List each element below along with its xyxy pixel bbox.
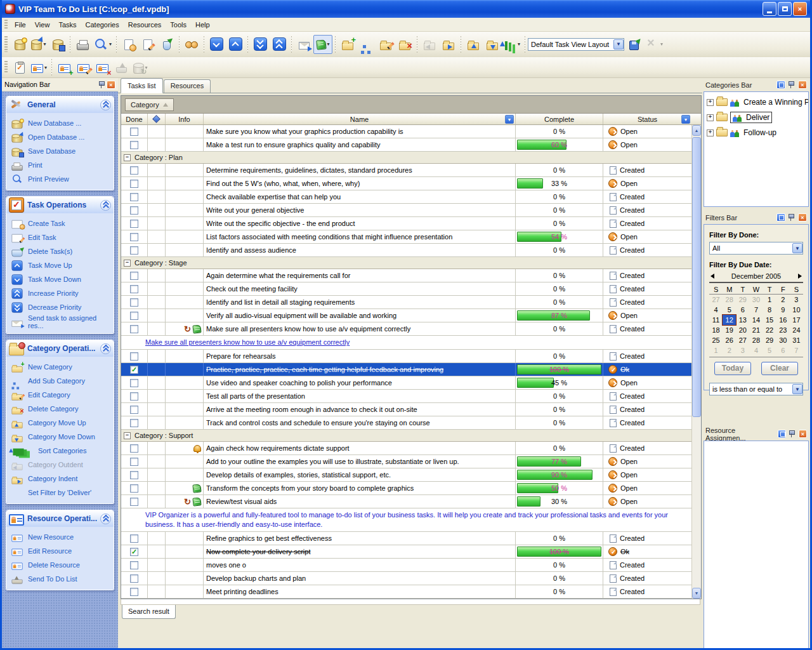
category-move-down-button[interactable]: [483, 35, 502, 54]
task-row[interactable]: Write out your general objective0 %Creat…: [121, 204, 691, 217]
chevron-down-icon[interactable]: ▼: [792, 384, 802, 394]
nav-item-print[interactable]: Print: [10, 158, 112, 172]
menu-resources[interactable]: Resources: [124, 20, 166, 30]
expand-plus-icon[interactable]: +: [707, 99, 714, 106]
nav-item-new-category[interactable]: New Category: [10, 360, 112, 374]
print-preview-button[interactable]: ▾: [92, 35, 114, 54]
chevron-down-icon[interactable]: ▼: [613, 39, 624, 50]
task-row[interactable]: Refine graphics to get best effectivenes…: [121, 532, 691, 545]
new-category-button[interactable]: [338, 35, 357, 54]
done-checkbox[interactable]: [130, 180, 138, 188]
nav-item-sort-categories[interactable]: Sort Categories: [10, 444, 112, 458]
task-row[interactable]: Verify all audio-visual equipment will b…: [121, 309, 691, 322]
send-by-email-button[interactable]: [294, 35, 313, 54]
done-checkbox[interactable]: [130, 285, 138, 293]
task-row[interactable]: Check available expertise that can help …: [121, 190, 691, 204]
edit-category-button[interactable]: [376, 35, 395, 54]
nav-item-send-task-to-assigned-res[interactable]: Send task to assigned res...: [10, 314, 112, 329]
task-row[interactable]: Identify and assess audience0 %Created: [121, 244, 691, 257]
collapse-chevron-icon[interactable]: [100, 200, 111, 211]
save-database-button[interactable]: [48, 35, 67, 54]
tab-resources[interactable]: Resources: [164, 79, 211, 93]
calendar-day[interactable]: 26: [723, 335, 736, 345]
calendar-day[interactable]: 1: [763, 295, 776, 305]
calendar-day[interactable]: 11: [709, 315, 723, 325]
column-header-priority[interactable]: [148, 114, 166, 124]
done-checkbox[interactable]: [130, 419, 138, 427]
done-checkbox[interactable]: [130, 298, 138, 307]
dropdown-caret-icon[interactable]: ▾: [518, 41, 520, 47]
done-checkbox[interactable]: [130, 233, 138, 241]
group-by-category-button[interactable]: Category: [125, 98, 174, 111]
calendar-day[interactable]: 13: [736, 315, 749, 325]
dropdown-caret-icon[interactable]: ▾: [660, 41, 663, 47]
task-row[interactable]: Transform the concepts from your story b…: [121, 482, 691, 495]
nav-item-delete-task-s[interactable]: Delete Task(s): [10, 244, 112, 258]
send-task-to-resource-button[interactable]: [182, 35, 201, 54]
close-icon[interactable]: ×: [798, 81, 807, 89]
due-date-condition-select[interactable]: is less than or equal to ▼: [709, 383, 803, 395]
nav-item-send-to-do-list[interactable]: Send To Do List: [10, 572, 112, 586]
task-row[interactable]: Make a test run to ensure graphics quali…: [121, 138, 691, 152]
sort-categories-button[interactable]: ▾: [502, 35, 522, 54]
done-checkbox[interactable]: [130, 325, 138, 333]
calendar-day[interactable]: 16: [776, 315, 790, 325]
category-group-row[interactable]: −Category : Plan: [121, 152, 691, 164]
calendar-day[interactable]: 27: [736, 335, 749, 345]
nav-item-task-move-down[interactable]: Task Move Down: [10, 272, 112, 286]
expand-plus-icon[interactable]: +: [707, 129, 714, 136]
task-row[interactable]: Meet printing deadlines0 %Created: [121, 585, 691, 599]
show-notes-button[interactable]: ▾: [313, 35, 332, 54]
task-row[interactable]: Prepare for rehearsals0 %Created: [121, 350, 691, 363]
category-indent-button[interactable]: [439, 35, 458, 54]
delete-resource-button[interactable]: ×: [93, 58, 112, 77]
dropdown-caret-icon[interactable]: ▾: [327, 41, 330, 47]
done-checkbox[interactable]: [130, 379, 138, 387]
menu-tasks[interactable]: Tasks: [54, 20, 81, 30]
nav-item-new-resource[interactable]: New Resource: [10, 530, 112, 544]
menu-file[interactable]: File: [10, 20, 30, 30]
dropdown-caret-icon[interactable]: ▾: [43, 41, 46, 47]
task-row[interactable]: Track and control costs and schedule to …: [121, 416, 691, 430]
maximize-panel-icon[interactable]: [776, 213, 785, 222]
column-header-name[interactable]: Name ▼: [204, 114, 516, 124]
collapse-chevron-icon[interactable]: [100, 343, 111, 354]
nav-item-category-move-up[interactable]: Category Move Up: [10, 416, 112, 430]
menu-help[interactable]: Help: [191, 20, 214, 30]
done-checkbox[interactable]: [130, 246, 138, 255]
calendar-day[interactable]: 9: [776, 305, 790, 315]
decrease-priority-button[interactable]: [251, 35, 270, 54]
calendar-day[interactable]: 19: [723, 325, 736, 335]
done-checkbox[interactable]: ✓: [130, 548, 138, 556]
calendar-day[interactable]: 4: [709, 305, 723, 315]
category-group-row[interactable]: −Category : Stage: [121, 257, 691, 269]
collapse-chevron-icon[interactable]: [100, 514, 111, 524]
calendar-day[interactable]: 27: [709, 295, 723, 305]
calendar-day[interactable]: 24: [790, 325, 803, 335]
name-filter-icon[interactable]: ▼: [505, 115, 514, 124]
delete-category-button[interactable]: [395, 35, 414, 54]
scroll-down-icon[interactable]: ▼: [692, 588, 701, 599]
collapse-group-icon[interactable]: −: [124, 260, 131, 267]
done-checkbox[interactable]: [130, 392, 138, 401]
print-button[interactable]: [73, 35, 92, 54]
delete-task-button[interactable]: [157, 35, 176, 54]
task-move-up-button[interactable]: [226, 35, 245, 54]
done-checkbox[interactable]: [130, 588, 138, 596]
task-row[interactable]: Test all parts of the presentation0 %Cre…: [121, 390, 691, 403]
task-row[interactable]: Write out the specific objective - the e…: [121, 217, 691, 230]
restore-button[interactable]: [778, 2, 792, 16]
done-checkbox[interactable]: [130, 193, 138, 201]
nav-section-header[interactable]: General: [6, 96, 114, 113]
calendar-day[interactable]: 18: [709, 325, 723, 335]
scrollbar-thumb[interactable]: [692, 137, 701, 417]
done-checkbox[interactable]: [130, 458, 138, 466]
nav-item-edit-resource[interactable]: Edit Resource: [10, 544, 112, 558]
collapse-group-icon[interactable]: −: [124, 154, 131, 161]
nav-item-task-move-up[interactable]: Task Move Up: [10, 258, 112, 272]
open-database-button[interactable]: ▾: [29, 35, 48, 54]
task-view-layout-select[interactable]: Default Task View Layout▼: [528, 38, 624, 51]
category-tree-item-create-a-winning-pre[interactable]: +Create a Winning Pre: [705, 95, 807, 110]
task-row[interactable]: Add to your outline the examples you wil…: [121, 455, 691, 468]
task-row[interactable]: Check out the meeting facility0 %Created: [121, 282, 691, 296]
